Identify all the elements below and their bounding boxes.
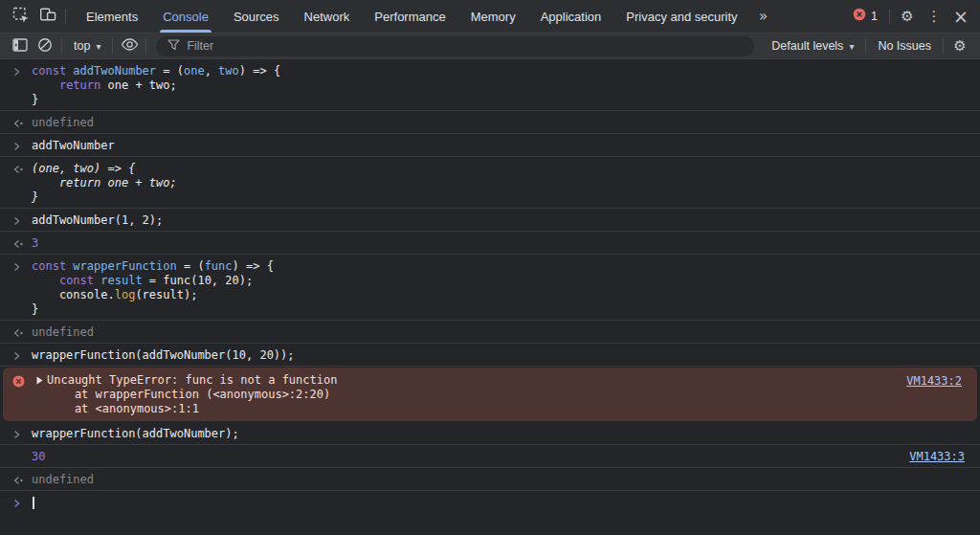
devtools-tab-bar: ElementsConsoleSourcesNetworkPerformance… [0,0,980,33]
error-text-line: at <anonymous>:1:1 [47,402,962,416]
toolbar-right: Default levels ▾ No Issues ⚙ [764,35,972,56]
output-line: undefined [32,116,965,130]
console-input-row: addTwoNumber(1, 2); [0,209,980,232]
code-line: const wrapperFunction = (func) => { [32,259,965,274]
console-result-row: undefined [0,111,980,134]
console-result-row: undefined [0,321,980,344]
error-circle-icon [12,375,25,388]
chevron-right-icon [12,67,21,77]
console-prompt-input[interactable] [32,496,965,510]
code-line: console.log(result); [32,288,965,302]
chevron-right-icon [12,430,21,439]
text-cursor [33,497,34,509]
return-value-icon [12,165,24,174]
gear-icon: ⚙ [901,8,913,25]
error-text-line: at wrapperFunction (<anonymous>:2:20) [47,388,962,402]
tab-strip: ElementsConsoleSourcesNetworkPerformance… [74,0,750,33]
output-line: (one, two) => { [32,162,965,176]
tab-console[interactable]: Console [150,0,221,33]
chevron-down-icon: ▾ [849,41,854,52]
tab-network[interactable]: Network [292,0,363,33]
code-line: const result = func(10, 20); [32,274,965,288]
chevron-right-icon [12,351,21,361]
error-circle-icon [853,8,866,25]
console-result-row: undefined [0,468,980,491]
issues-counter[interactable]: No Issues [870,35,939,56]
levels-label: Default levels [771,39,843,53]
code-line: wrapperFunction(addTwoNumber(10, 20)); [32,348,965,363]
tab-memory[interactable]: Memory [458,0,528,33]
return-value-icon [12,119,24,128]
divider [943,38,944,54]
divider [112,38,113,54]
customize-menu-button[interactable]: ⋮ [921,4,947,29]
chevron-down-icon: ▾ [96,41,100,52]
chevron-double-right-icon: » [759,8,768,25]
output-line: 3 [32,236,965,251]
execution-context-selector[interactable]: top ▾ [66,35,108,56]
chevron-right-icon [12,499,21,508]
source-location-link[interactable]: VM1433:2 [906,374,962,389]
code-line: } [32,302,965,317]
funnel-icon [167,37,180,55]
clear-console-button[interactable] [33,35,57,56]
log-levels-dropdown[interactable]: Default levels ▾ [764,35,861,56]
tab-bar-right: 1 ⚙ ⋮ × [845,0,974,33]
code-line: addTwoNumber(1, 2); [32,213,965,228]
chevron-right-icon [12,262,21,272]
filter-field[interactable] [156,36,754,56]
close-icon: × [953,8,969,26]
console-input-row: const wrapperFunction = (func) => { cons… [0,255,980,321]
output-line: undefined [32,473,965,487]
code-line: wrapperFunction(addTwoNumber); [32,427,965,441]
output-line: return one + two; [32,176,965,190]
console-toolbar: top ▾ Default levels ▾ No Issues [0,33,980,59]
filter-input[interactable] [187,39,743,53]
code-line: addTwoNumber [32,139,965,153]
divider [865,38,866,54]
close-devtools-button[interactable]: × [947,4,974,29]
console-sidebar-button[interactable] [8,35,33,56]
device-toolbar-button[interactable] [34,4,61,29]
console-prompt-row[interactable] [0,491,980,513]
return-value-icon [12,328,24,338]
output-line: } [32,190,965,205]
inspect-cursor-icon [12,7,30,27]
settings-button[interactable]: ⚙ [894,4,921,29]
console-input-row: wrapperFunction(addTwoNumber(10, 20)); [0,344,980,367]
code-line: const addTwoNumber = (one, two) => { [32,64,965,78]
chevron-right-icon [12,216,21,226]
device-toolbar-icon [39,7,56,26]
divider [61,38,62,54]
kebab-menu-icon: ⋮ [927,8,942,25]
tab-bar-left: ElementsConsoleSourcesNetworkPerformance… [8,0,777,33]
tab-privacy-and-security[interactable]: Privacy and security [613,0,749,33]
source-location-link[interactable]: VM1433:3 [909,450,965,464]
tab-sources[interactable]: Sources [221,0,292,33]
console-message-list: const addTwoNumber = (one, two) => { ret… [0,59,980,533]
tab-performance[interactable]: Performance [362,0,457,33]
divider [65,9,66,24]
console-input-row: wrapperFunction(addTwoNumber); [0,422,980,445]
console-log-row: 30VM1433:3 [0,445,980,468]
console-settings-button[interactable]: ⚙ [947,35,972,56]
live-expression-button[interactable] [117,35,142,56]
block-icon [37,37,53,56]
inspect-element-button[interactable] [8,4,34,29]
expand-triangle-icon[interactable] [36,376,43,385]
error-text-line: Uncaught TypeError: func is not a functi… [47,373,962,388]
context-label: top [74,39,90,53]
tab-elements[interactable]: Elements [74,0,150,33]
gear-icon: ⚙ [953,37,966,55]
divider [145,38,146,54]
console-error-row: Uncaught TypeError: func is not a functi… [3,368,977,421]
more-tabs-button[interactable]: » [750,4,777,29]
console-result-row: (one, two) => { return one + two;} [0,157,980,209]
return-value-icon [12,476,24,485]
tab-application[interactable]: Application [528,0,614,33]
console-input-row: const addTwoNumber = (one, two) => { ret… [0,59,980,111]
divider [889,9,890,24]
error-count-badge[interactable]: 1 [845,8,885,25]
error-count: 1 [871,10,878,23]
code-line: } [32,93,965,107]
